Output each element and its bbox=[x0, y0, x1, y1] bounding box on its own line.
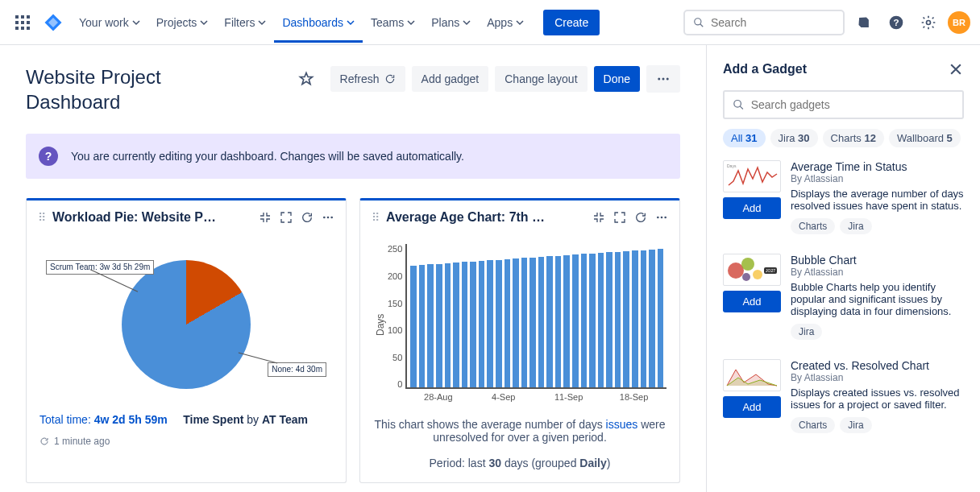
jira-logo-icon[interactable] bbox=[44, 13, 63, 32]
svg-point-28 bbox=[753, 270, 762, 279]
bar bbox=[598, 253, 604, 387]
issues-link[interactable]: issues bbox=[606, 418, 638, 431]
nav-item-apps[interactable]: Apps bbox=[479, 2, 532, 43]
gadget-workload-pie: ⠿ Workload Pie: Website P… Scrum Team: 3… bbox=[26, 198, 347, 483]
add-gadget-button[interactable]: Add bbox=[723, 197, 781, 219]
bar bbox=[623, 251, 629, 387]
more-icon[interactable] bbox=[322, 211, 334, 224]
bar bbox=[658, 249, 664, 387]
minimize-icon[interactable] bbox=[259, 211, 272, 224]
user-avatar[interactable]: BR bbox=[948, 11, 970, 34]
entry-title[interactable]: Bubble Chart bbox=[791, 254, 964, 267]
nav-item-plans[interactable]: Plans bbox=[423, 2, 479, 43]
bar bbox=[513, 258, 519, 387]
svg-point-9 bbox=[695, 18, 701, 24]
bar bbox=[589, 254, 596, 388]
nav-item-filters[interactable]: Filters bbox=[216, 2, 274, 43]
bar bbox=[632, 250, 638, 387]
bar bbox=[445, 263, 451, 388]
filter-pill-wallboard[interactable]: Wallboard 5 bbox=[889, 129, 961, 147]
bar bbox=[496, 260, 502, 388]
svg-rect-2 bbox=[27, 15, 30, 19]
svg-rect-0 bbox=[15, 15, 19, 19]
help-icon[interactable]: ? bbox=[883, 10, 909, 35]
chart-description: This chart shows the average number of d… bbox=[373, 418, 666, 444]
more-icon[interactable] bbox=[655, 211, 668, 224]
bar bbox=[462, 262, 468, 387]
gadget-entry: JO27AddBubble ChartBy AtlassianBubble Ch… bbox=[723, 254, 964, 340]
maximize-icon[interactable] bbox=[613, 211, 626, 224]
add-gadget-button[interactable]: Add gadget bbox=[412, 66, 489, 92]
gadget-search[interactable] bbox=[723, 90, 964, 119]
chart-period: Period: last 30 days (grouped Daily) bbox=[373, 457, 666, 469]
nav-item-dashboards[interactable]: Dashboards bbox=[274, 2, 363, 43]
global-search-input[interactable] bbox=[711, 16, 835, 29]
settings-icon[interactable] bbox=[916, 10, 941, 35]
filter-pill-charts[interactable]: Charts 12 bbox=[823, 129, 884, 147]
svg-point-18 bbox=[327, 217, 330, 219]
maximize-icon[interactable] bbox=[280, 211, 293, 224]
gadget-title: Average Age Chart: 7th … bbox=[386, 210, 586, 225]
bar-chart: Days 250200150100500 28-Aug4-Sep11-Sep18… bbox=[373, 244, 666, 405]
page-title: Website Project Dashboard bbox=[26, 64, 251, 114]
svg-rect-4 bbox=[21, 21, 24, 24]
close-icon[interactable] bbox=[948, 61, 964, 77]
notifications-icon[interactable] bbox=[851, 10, 877, 35]
gadget-title: Workload Pie: Website P… bbox=[52, 210, 252, 225]
nav-item-teams[interactable]: Teams bbox=[363, 2, 423, 43]
bar bbox=[436, 264, 442, 388]
entry-desc: Displays the average number of days reso… bbox=[791, 188, 964, 212]
minimize-icon[interactable] bbox=[592, 211, 605, 224]
svg-text:Days: Days bbox=[727, 163, 737, 168]
question-icon: ? bbox=[39, 147, 58, 166]
entry-title[interactable]: Average Time in Status bbox=[791, 160, 964, 173]
app-switcher-icon[interactable] bbox=[10, 10, 35, 35]
add-gadget-button[interactable]: Add bbox=[723, 396, 781, 418]
filter-pills: All 31Jira 30Charts 12Wallboard 5 bbox=[723, 129, 964, 147]
bar bbox=[419, 265, 426, 387]
create-button[interactable]: Create bbox=[543, 10, 600, 35]
bar bbox=[505, 259, 511, 387]
dashboard-content: Website Project Dashboard Refresh Add ga… bbox=[0, 45, 706, 492]
drag-handle-icon[interactable]: ⠿ bbox=[372, 211, 380, 224]
filter-pill-jira[interactable]: Jira 30 bbox=[770, 129, 818, 147]
info-banner: ? You are currently editing your dashboa… bbox=[26, 134, 680, 179]
svg-point-20 bbox=[657, 217, 659, 219]
tag: Jira bbox=[791, 324, 822, 340]
filter-pill-all[interactable]: All 31 bbox=[723, 129, 766, 147]
nav-item-projects[interactable]: Projects bbox=[148, 2, 217, 43]
sidebar-title: Add a Gadget bbox=[723, 62, 807, 76]
gadget-thumbnail: JO27 bbox=[723, 254, 781, 286]
add-gadget-panel: Add a Gadget All 31Jira 30Charts 12Wallb… bbox=[706, 45, 980, 492]
entry-vendor: By Atlassian bbox=[791, 173, 964, 184]
refresh-button[interactable]: Refresh bbox=[330, 66, 405, 92]
more-icon[interactable] bbox=[646, 65, 680, 93]
entry-vendor: By Atlassian bbox=[791, 267, 964, 278]
bar bbox=[470, 262, 476, 388]
change-layout-button[interactable]: Change layout bbox=[495, 66, 587, 92]
bar bbox=[487, 260, 493, 387]
gadget-search-input[interactable] bbox=[751, 98, 954, 111]
svg-point-23 bbox=[734, 100, 741, 107]
bar bbox=[649, 250, 655, 388]
bar bbox=[453, 263, 459, 387]
svg-text:JO27: JO27 bbox=[766, 268, 775, 273]
pie-label-none: None: 4d 30m bbox=[268, 362, 326, 377]
refresh-icon[interactable] bbox=[634, 211, 647, 224]
gadget-entry: AddCreated vs. Resolved ChartBy Atlassia… bbox=[723, 359, 964, 433]
drag-handle-icon[interactable]: ⠿ bbox=[38, 211, 46, 224]
top-nav: Your workProjectsFiltersDashboardsTeamsP… bbox=[0, 0, 980, 45]
global-search[interactable] bbox=[683, 10, 845, 35]
add-gadget-button[interactable]: Add bbox=[723, 291, 781, 312]
done-button[interactable]: Done bbox=[594, 66, 640, 92]
bar bbox=[479, 261, 485, 387]
gadget-entry: DaysAddAverage Time in StatusBy Atlassia… bbox=[723, 160, 964, 234]
entry-title[interactable]: Created vs. Resolved Chart bbox=[791, 359, 964, 372]
tag: Jira bbox=[840, 417, 871, 433]
nav-item-your-work[interactable]: Your work bbox=[71, 2, 148, 43]
star-icon[interactable] bbox=[289, 64, 324, 93]
refresh-icon[interactable] bbox=[301, 211, 314, 224]
entry-vendor: By Atlassian bbox=[791, 372, 964, 383]
svg-point-17 bbox=[323, 217, 326, 219]
svg-point-13 bbox=[927, 20, 931, 24]
